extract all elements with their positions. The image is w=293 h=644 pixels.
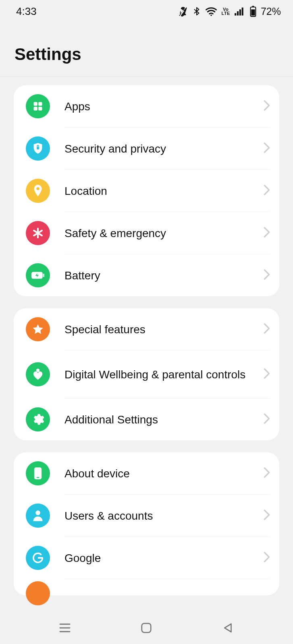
settings-item-wellbeing[interactable]: Digital Wellbeing & parental controls — [14, 351, 279, 398]
bluetooth-icon — [192, 6, 201, 17]
settings-group: About device Users & accounts Google — [14, 452, 279, 595]
system-nav-bar — [0, 612, 293, 644]
svg-rect-7 — [251, 9, 255, 15]
apps-icon — [26, 94, 50, 118]
settings-item-security[interactable]: Security and privacy — [14, 128, 279, 169]
chevron-right-icon — [263, 184, 270, 197]
wifi-icon — [205, 6, 217, 17]
chevron-right-icon — [263, 509, 270, 522]
svg-rect-11 — [38, 107, 42, 110]
settings-item-label: Users & accounts — [50, 509, 263, 523]
star-icon — [26, 317, 50, 341]
svg-rect-9 — [38, 102, 42, 106]
settings-item-label: Additional Settings — [50, 413, 263, 427]
settings-group: Apps Security and privacy Location Safet… — [14, 85, 279, 296]
gear-icon — [26, 407, 50, 431]
mute-icon — [178, 6, 188, 17]
pin-icon — [26, 179, 50, 203]
svg-rect-4 — [242, 8, 243, 16]
chevron-right-icon — [263, 142, 270, 155]
nav-back-button[interactable] — [216, 616, 240, 640]
phone-icon — [26, 461, 50, 485]
heart-icon — [26, 362, 50, 386]
nav-recent-button[interactable] — [53, 616, 77, 640]
chevron-right-icon — [263, 467, 270, 480]
settings-item-label: Safety & emergency — [50, 226, 263, 240]
battery-icon — [26, 263, 50, 287]
person-icon — [26, 504, 50, 528]
svg-rect-18 — [37, 477, 39, 478]
settings-item-special[interactable]: Special features — [14, 308, 279, 350]
svg-rect-3 — [239, 9, 241, 15]
settings-group: Special features Digital Wellbeing & par… — [14, 308, 279, 440]
svg-rect-6 — [252, 6, 254, 7]
svg-point-13 — [36, 187, 39, 190]
google-g-icon — [26, 546, 50, 570]
page-title: Settings — [0, 23, 293, 76]
svg-point-19 — [35, 510, 40, 515]
shield-icon — [26, 136, 50, 161]
signal-icon — [234, 6, 245, 16]
settings-item-battery[interactable]: Battery — [14, 254, 279, 296]
settings-item-apps[interactable]: Apps — [14, 85, 279, 127]
settings-item-label: Battery — [50, 268, 263, 283]
settings-item-label: Google — [50, 551, 263, 565]
settings-item-label: Apps — [50, 99, 263, 114]
settings-item-label: Security and privacy — [50, 142, 263, 156]
svg-point-0 — [211, 14, 212, 16]
chevron-right-icon — [263, 551, 270, 564]
unknown-icon — [26, 581, 50, 605]
svg-rect-10 — [34, 107, 37, 110]
status-bar: 4:33 Vo LTE 72% — [0, 0, 293, 23]
svg-rect-12 — [37, 147, 39, 149]
nav-home-button[interactable] — [134, 616, 158, 640]
status-indicators: Vo LTE 72% — [178, 6, 281, 17]
settings-item-label: Location — [50, 184, 263, 198]
battery-percent: 72% — [261, 6, 281, 17]
settings-item-label: Special features — [50, 322, 263, 336]
chevron-right-icon — [263, 413, 270, 426]
svg-rect-2 — [237, 11, 239, 16]
chevron-right-icon — [263, 227, 270, 239]
svg-rect-8 — [34, 102, 37, 106]
svg-point-16 — [36, 369, 39, 372]
chevron-right-icon — [263, 269, 270, 282]
settings-item-additional[interactable]: Additional Settings — [14, 398, 279, 440]
battery-icon — [249, 6, 257, 17]
settings-item-label: Digital Wellbeing & parental controls — [50, 367, 263, 382]
asterisk-icon — [26, 221, 50, 245]
chevron-right-icon — [263, 100, 270, 113]
settings-item-users[interactable]: Users & accounts — [14, 495, 279, 537]
volte-icon: Vo LTE — [221, 7, 230, 15]
svg-rect-15 — [43, 274, 44, 277]
chevron-right-icon — [263, 323, 270, 336]
settings-item-partial[interactable] — [14, 579, 279, 595]
svg-rect-1 — [235, 13, 236, 16]
settings-item-about[interactable]: About device — [14, 452, 279, 494]
settings-item-location[interactable]: Location — [14, 170, 279, 212]
chevron-right-icon — [263, 368, 270, 381]
settings-item-safety[interactable]: Safety & emergency — [14, 212, 279, 254]
settings-list: Apps Security and privacy Location Safet… — [0, 76, 293, 595]
svg-rect-20 — [142, 623, 151, 633]
settings-item-label: About device — [50, 466, 263, 481]
status-time: 4:33 — [16, 5, 37, 18]
settings-item-google[interactable]: Google — [14, 537, 279, 579]
